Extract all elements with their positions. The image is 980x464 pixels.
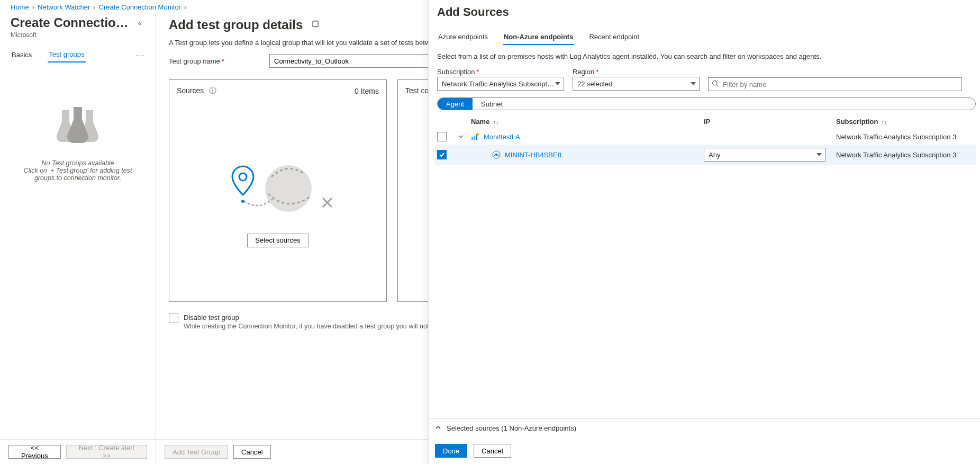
svg-point-6 [713,81,717,85]
tab-test-groups[interactable]: Test groups [48,47,85,63]
crumb-home[interactable]: Home [11,3,29,11]
disable-test-group-checkbox[interactable] [169,314,178,323]
add-test-group-button[interactable]: Add Test Group [165,445,228,459]
collapse-icon[interactable]: « [135,16,145,30]
sources-item-count: 0 Items [355,87,379,95]
left-footer: << Previous Next : Create alert >> [0,439,156,464]
chevron-down-icon [816,153,822,156]
previous-button[interactable]: << Previous [8,445,61,459]
search-icon [712,80,719,88]
page-title: Create Connection… [11,15,135,30]
sources-table: Name↑↓ IP Subscription↑↓ [435,114,976,165]
row-checkbox[interactable] [437,132,447,141]
add-sources-blade: Add Sources Azure endpoints Non-Azure en… [428,0,980,464]
agent-subnet-toggle[interactable]: Agent Subnet [437,97,976,110]
empty-line: Click on '+ Test group' for adding test [24,167,132,174]
sources-box: Sources ⓘ 0 Items [169,79,387,302]
table-row[interactable]: MININT-HB4SBE8 Any Network Traffic Analy… [435,145,976,165]
crumb-separator: › [184,3,186,11]
tabs-overflow-icon[interactable]: ··· [136,51,145,59]
tab-non-azure-endpoints[interactable]: Non-Azure endpoints [503,30,574,45]
blade-help-text: Select from a list of on-premises hosts … [435,52,976,60]
tab-azure-endpoints[interactable]: Azure endpoints [437,30,489,45]
row-subscription: Network Traffic Analytics Subscription 3 [836,133,974,141]
chevron-down-icon [691,82,696,85]
tab-basics[interactable]: Basics [11,48,33,62]
row-ip-dropdown[interactable]: Any [704,148,836,162]
next-button[interactable]: Next : Create alert >> [66,445,147,459]
expand-icon[interactable] [458,133,471,141]
select-sources-button[interactable]: Select sources [247,234,308,247]
crumb-create-cm[interactable]: Create Connection Monitor [99,3,181,11]
subscription-dropdown[interactable]: Network Traffic Analytics Subscriptio… [437,77,564,91]
sources-illustration-icon [220,157,336,222]
done-button[interactable]: Done [435,444,467,458]
svg-rect-7 [471,137,473,140]
empty-state: No Test groups available Click on '+ Tes… [11,105,145,432]
tg-name-label: Test group name* [169,57,269,65]
agent-icon [492,150,501,159]
toggle-subnet[interactable]: Subnet [473,98,511,110]
crumb-separator: › [32,3,34,11]
cancel-test-group-button[interactable]: Cancel [233,445,270,459]
chevron-up-icon [435,424,441,432]
panel-title: Add test group details [169,17,303,32]
crumb-network-watcher[interactable]: Network Watcher [38,3,90,11]
blade-tabs: Azure endpoints Non-Azure endpoints Rece… [435,30,976,45]
table-row[interactable]: MohittestLA Network Traffic Analytics Su… [435,129,976,145]
left-panel: Create Connection… « Microsoft Basics Te… [0,13,156,464]
info-icon[interactable]: ⓘ [209,86,216,95]
blade-title: Add Sources [435,5,976,19]
svg-point-4 [239,173,247,181]
svg-rect-0 [313,21,318,26]
flasks-icon [54,105,102,149]
region-dropdown[interactable]: 22 selected [573,77,700,91]
subscription-label: Subscription* [437,68,564,76]
empty-line: No Test groups available [41,159,114,167]
svg-point-10 [476,133,479,136]
svg-point-1 [265,165,312,212]
workspace-icon [471,132,479,141]
crumb-separator: › [93,3,95,11]
blade-footer: Done Cancel [429,438,980,464]
col-ip[interactable]: IP [704,118,836,126]
pin-icon[interactable] [311,20,320,30]
tab-recent-endpoint[interactable]: Recent endpoint [588,30,640,45]
left-tabs: Basics Test groups ··· [11,47,145,63]
blade-cancel-button[interactable]: Cancel [474,444,511,458]
row-name-text: MohittestLA [484,133,520,141]
toggle-agent[interactable]: Agent [438,98,473,110]
region-label: Region* [573,68,700,76]
selected-sources-bar[interactable]: Selected sources (1 Non-Azure endpoints) [429,418,980,438]
row-checkbox[interactable] [437,150,447,159]
page-subtitle: Microsoft [11,31,145,39]
empty-line: groups to connection monitor. [34,174,121,182]
row-subscription: Network Traffic Analytics Subscription 3 [836,151,974,159]
svg-point-12 [495,154,497,156]
sources-header: Sources [177,86,204,95]
chevron-down-icon [555,82,560,85]
svg-rect-8 [474,136,475,140]
col-subscription[interactable]: Subscription↑↓ [836,118,974,126]
row-name-text: MININT-HB4SBE8 [505,151,561,159]
col-name[interactable]: Name↑↓ [471,118,704,126]
filter-by-name-input[interactable] [708,77,962,91]
selected-sources-text: Selected sources (1 Non-Azure endpoints) [447,424,576,432]
